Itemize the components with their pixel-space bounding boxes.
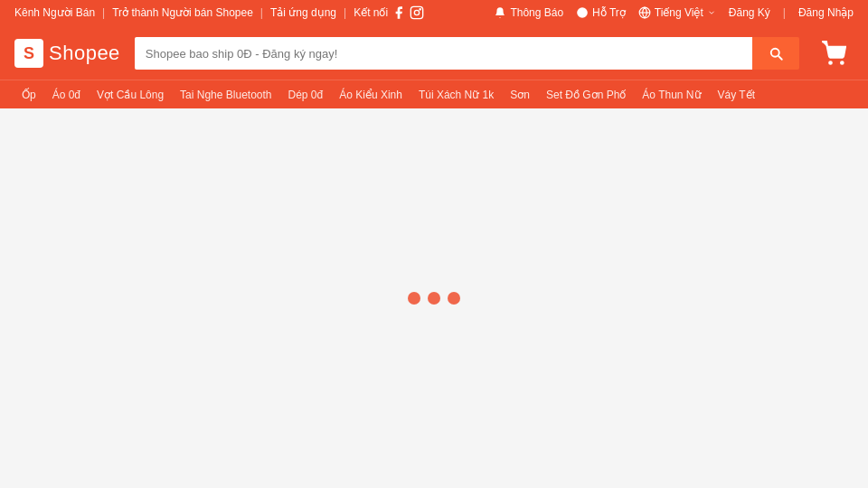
nav-item-son[interactable]: Sơn [503, 85, 537, 105]
logo-icon: S [14, 39, 43, 68]
language-label: Tiếng Việt [655, 6, 703, 19]
nav-item-tai-nghe-bluetooth[interactable]: Tai Nghe Bluetooth [173, 85, 278, 105]
connect-link[interactable]: Kết nối [354, 6, 388, 19]
download-app-link[interactable]: Tải ứng dụng [270, 6, 336, 19]
register-link[interactable]: Đăng Ký [729, 6, 770, 19]
nav-item-vay-tet[interactable]: Váy Tết [711, 85, 762, 105]
search-button[interactable] [752, 37, 799, 70]
language-item[interactable]: Tiếng Việt [638, 6, 716, 19]
cart-icon [821, 41, 846, 66]
support-label: Hỗ Trợ [592, 6, 626, 19]
svg-point-8 [841, 61, 843, 63]
main-content [0, 108, 868, 488]
loading-dot-3 [448, 292, 460, 305]
loading-dot-2 [428, 292, 440, 305]
help-icon [576, 6, 589, 19]
instagram-icon[interactable] [410, 5, 424, 20]
search-input[interactable] [135, 37, 752, 70]
support-item[interactable]: Hỗ Trợ [576, 6, 626, 19]
nav-bar: Ốp Áo 0đ Vợt Cầu Lông Tai Nghe Bluetooth… [0, 80, 868, 108]
chevron-down-icon [707, 8, 716, 17]
loading-indicator [408, 292, 460, 305]
top-bar: Kênh Người Bán | Trở thành Người bán Sho… [0, 0, 868, 25]
divider-reg: | [783, 6, 786, 19]
divider-3: | [344, 6, 346, 19]
facebook-icon[interactable] [392, 5, 406, 20]
loading-dot-1 [408, 292, 420, 305]
nav-item-set-do[interactable]: Set Đồ Gơn Phố [539, 85, 633, 105]
logo-text: Shopee [49, 42, 120, 65]
svg-point-1 [414, 10, 419, 14]
nav-item-ao-kieu-xinh[interactable]: Áo Kiểu Xinh [332, 85, 410, 105]
seller-channel-link[interactable]: Kênh Người Bán [14, 6, 95, 19]
nav-item-ao0d[interactable]: Áo 0đ [45, 85, 88, 105]
nav-item-tui-xach[interactable]: Túi Xách Nữ 1k [411, 85, 501, 105]
nav-item-ao-thun[interactable]: Áo Thun Nữ [635, 85, 708, 105]
svg-point-2 [420, 9, 420, 10]
search-bar [135, 37, 799, 70]
notification-label: Thông Báo [510, 6, 563, 19]
bell-icon [494, 6, 506, 19]
divider-1: | [102, 6, 105, 19]
logo[interactable]: S Shopee [14, 39, 120, 68]
svg-rect-0 [410, 6, 422, 18]
nav-item-op[interactable]: Ốp [14, 85, 43, 105]
divider-2: | [260, 6, 263, 19]
become-seller-link[interactable]: Trở thành Người bán Shopee [112, 6, 253, 19]
cart-button[interactable] [814, 37, 854, 70]
globe-icon [638, 6, 651, 19]
search-icon [768, 45, 784, 61]
login-link[interactable]: Đăng Nhập [798, 6, 854, 19]
notification-item[interactable]: Thông Báo [494, 6, 563, 19]
top-bar-left: Kênh Người Bán | Trở thành Người bán Sho… [14, 5, 424, 20]
top-bar-right: Thông Báo Hỗ Trợ Tiếng Việt Đăng Ký | Đă… [494, 6, 854, 19]
header: S Shopee [0, 25, 868, 80]
svg-point-7 [829, 61, 831, 63]
nav-item-vot-cau-long[interactable]: Vợt Cầu Lông [90, 85, 171, 105]
nav-item-dep0d[interactable]: Dép 0đ [281, 85, 331, 105]
